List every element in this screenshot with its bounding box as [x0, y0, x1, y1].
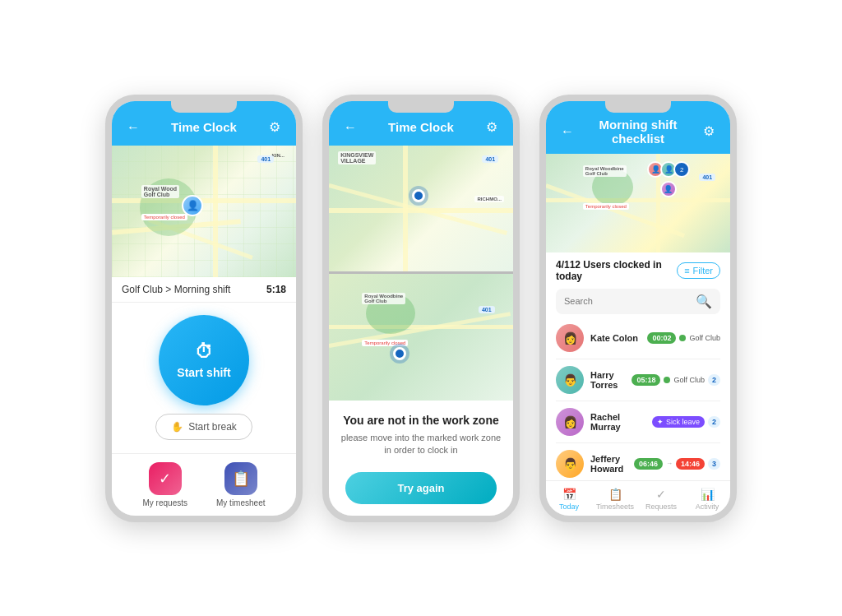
nav-activity-label: Activity	[696, 503, 719, 511]
header-title-1: Time Clock	[143, 120, 265, 134]
filter-button[interactable]: ≡ Filter	[677, 262, 720, 279]
map-bottom: Royal WoodbineGolf Club Temporarily clos…	[329, 274, 513, 401]
shift-timer-icon: ⏱	[195, 341, 213, 363]
avatar-jeffery: 👨	[556, 450, 584, 478]
avatar-harry: 👨	[556, 366, 584, 394]
search-input[interactable]	[564, 296, 691, 306]
shift-location: Golf Club > Morning shift	[122, 284, 230, 295]
start-shift-button[interactable]: ⏱ Start shift	[159, 315, 249, 405]
nav-activity[interactable]: 📊 Activity	[684, 481, 730, 516]
nav-timesheets[interactable]: 📋 Timesheets	[592, 481, 638, 516]
try-again-button[interactable]: Try again	[345, 472, 497, 504]
user-list: 👩 Kate Colon 00:02 Golf Club 👨 Harry Tor…	[546, 317, 730, 480]
timesheet-icon: 📋	[224, 462, 257, 495]
sick-badge-rachel: ✦ Sick leave	[652, 416, 705, 428]
settings-icon-3[interactable]: ⚙	[699, 122, 719, 141]
time-badge-kate: 00:02	[647, 332, 676, 344]
map-top: KINGSVIEWVILLAGE RICHMO... 401	[329, 146, 513, 272]
phone-timeclock-1: ← Time Clock ⚙ Royal WoodGolf Club Tempo…	[105, 95, 303, 522]
settings-icon-1[interactable]: ⚙	[265, 118, 285, 137]
header-title-3: Morning shift checklist	[577, 118, 699, 146]
start-break-label: Start break	[188, 421, 237, 433]
nav-today[interactable]: 📅 Today	[546, 481, 592, 516]
avatar-rachel: 👩	[556, 408, 584, 436]
back-icon-1[interactable]: ←	[123, 118, 143, 137]
work-zone-message: You are not in the work zone please move…	[329, 401, 513, 465]
time-badge-harry: 05:18	[632, 374, 660, 386]
start-shift-section: ⏱ Start shift ✋ Start break	[112, 303, 296, 453]
map-split: KINGSVIEWVILLAGE RICHMO... 401 Royal Woo…	[329, 146, 513, 401]
user-row-kate[interactable]: 👩 Kate Colon 00:02 Golf Club	[556, 317, 720, 359]
badges-jeffery: 06:46 → 14:46 3	[634, 458, 720, 470]
user-row-rachel[interactable]: 👩 Rachel Murray ✦ Sick leave 2	[556, 401, 720, 443]
filter-label: Filter	[693, 266, 713, 276]
dot-harry	[664, 377, 670, 383]
phone-content-2: KINGSVIEWVILLAGE RICHMO... 401 Royal Woo…	[329, 146, 513, 516]
users-header: 4/112 Users clocked in today ≡ Filter	[546, 252, 730, 285]
bottom-nav: 📅 Today 📋 Timesheets ✓ Requests 📊 Activi…	[546, 480, 730, 516]
filter-icon: ≡	[684, 266, 689, 276]
users-count: 4/112 Users clocked in today	[556, 259, 677, 282]
badges-rachel: ✦ Sick leave 2	[652, 416, 720, 428]
user-row-harry[interactable]: 👨 Harry Torres 05:18 Golf Club 2	[556, 359, 720, 401]
badges-kate: 00:02 Golf Club	[647, 332, 720, 344]
timesheet-label: My timesheet	[216, 498, 265, 507]
phone-notch-2	[388, 101, 454, 113]
start-shift-label: Start shift	[177, 366, 230, 379]
nav-timesheets-label: Timesheets	[596, 503, 634, 511]
avatar-kate: 👩	[556, 324, 584, 352]
phone-content-3: Royal WoodbineGolf Club Temporarily clos…	[546, 154, 730, 516]
phone-notch-1	[171, 101, 237, 113]
nav-timesheets-icon: 📋	[608, 488, 622, 501]
work-zone-title: You are not in the work zone	[340, 414, 502, 427]
scene: ← Time Clock ⚙ Royal WoodGolf Club Tempo…	[0, 0, 842, 616]
nav-activity-icon: 📊	[701, 488, 715, 501]
bottom-icons: ✓ My requests 📋 My timesheet	[112, 453, 296, 516]
break-icon: ✋	[171, 421, 183, 433]
time-badge-jeffery1: 06:46	[634, 458, 663, 470]
count-rachel: 2	[708, 416, 720, 428]
phone-checklist: ← Morning shift checklist ⚙ Royal Woodbi…	[539, 95, 737, 522]
user-name-harry: Harry Torres	[590, 370, 625, 390]
nav-today-icon: 📅	[562, 488, 576, 501]
user-name-kate: Kate Colon	[590, 333, 641, 343]
badges-harry: 05:18 Golf Club 2	[632, 374, 720, 386]
count-harry: 2	[708, 374, 720, 386]
count-jeffery: 3	[708, 458, 720, 470]
start-break-button[interactable]: ✋ Start break	[155, 414, 252, 440]
phone-content-1: Royal WoodGolf Club Temporarily closed K…	[112, 146, 296, 516]
user-row-jeffery[interactable]: 👨 Jeffery Howard 06:46 → 14:46 3	[556, 443, 720, 480]
requests-icon: ✓	[149, 462, 182, 495]
settings-icon-2[interactable]: ⚙	[482, 118, 502, 137]
user-name-jeffery: Jeffery Howard	[590, 454, 627, 474]
time-badge-jeffery2: 14:46	[676, 458, 705, 470]
search-box[interactable]: 🔍	[556, 289, 720, 314]
nav-requests-icon: ✓	[656, 488, 666, 501]
nav-today-label: Today	[559, 503, 579, 511]
back-icon-2[interactable]: ←	[340, 118, 360, 137]
phone-notch-3	[605, 101, 671, 113]
dot-kate	[679, 335, 686, 341]
location-kate: Golf Club	[689, 334, 720, 342]
header-title-2: Time Clock	[360, 120, 482, 134]
nav-requests-label: Requests	[645, 503, 677, 511]
phone-timeclock-2: ← Time Clock ⚙ KINGSVIEWVILLAGE RICHMO..…	[322, 95, 520, 522]
back-icon-3[interactable]: ←	[557, 122, 577, 141]
my-timesheet-item[interactable]: 📋 My timesheet	[216, 462, 265, 507]
my-requests-item[interactable]: ✓ My requests	[143, 462, 187, 507]
nav-requests[interactable]: ✓ Requests	[638, 481, 684, 516]
location-harry: Golf Club	[673, 376, 705, 384]
work-zone-subtitle: please move into the marked work zone in…	[340, 432, 502, 457]
requests-label: My requests	[143, 498, 187, 507]
map-area-3: Royal WoodbineGolf Club Temporarily clos…	[546, 154, 730, 252]
user-name-rachel: Rachel Murray	[590, 412, 645, 432]
shift-time: 5:18	[266, 284, 286, 295]
shift-bar: Golf Club > Morning shift 5:18	[112, 277, 296, 303]
map-area-1: Royal WoodGolf Club Temporarily closed K…	[112, 146, 296, 277]
search-icon: 🔍	[696, 294, 712, 309]
